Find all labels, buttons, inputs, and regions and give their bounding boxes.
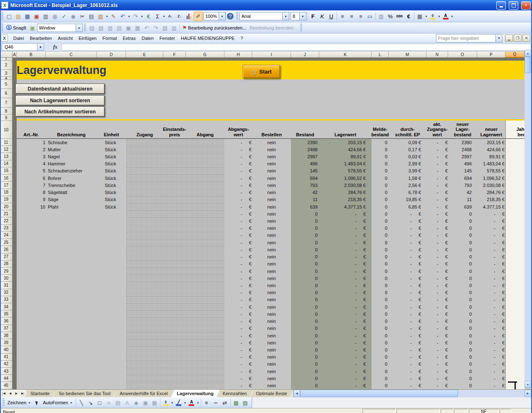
cell-durchschnittl-ep[interactable]: -€ (389, 232, 426, 239)
cell-akt-zugangswert[interactable]: -€ (426, 182, 448, 189)
cell-bezeichnung[interactable] (46, 296, 97, 303)
cell-bezeichnung[interactable] (46, 261, 97, 268)
cell-neuer-lagerbestand[interactable]: 0 (448, 332, 477, 339)
cell-zugang[interactable] (126, 354, 163, 361)
zoom-combo[interactable]: 100%▼ (203, 12, 226, 20)
align-left-icon[interactable]: ≡ (338, 12, 347, 21)
cell-durchschnittl-ep[interactable]: -€ (389, 354, 426, 361)
cell-einstandspreis[interactable] (163, 246, 186, 253)
cell-bestand[interactable]: 0 (291, 354, 319, 361)
cell-bestellen[interactable]: nein (252, 375, 291, 382)
cell-jahresbedarf[interactable] (505, 253, 525, 261)
vertical-scrollbar[interactable]: ▲ ▼ (525, 50, 531, 388)
cell-durchschnittl-ep[interactable]: -€ (389, 361, 426, 368)
cell-bestand[interactable]: 0 (291, 246, 319, 253)
chart-wizard-icon[interactable] (185, 12, 193, 21)
cell-neuer-lagerbestand[interactable]: 0 (448, 368, 477, 375)
redo-icon[interactable]: ↷ (131, 12, 140, 21)
cell-jahresbedarf[interactable] (505, 239, 525, 246)
cell-artnr[interactable] (17, 246, 46, 253)
row-header-18[interactable]: 18 (0, 189, 12, 196)
cell-zugang[interactable] (126, 225, 163, 232)
scroll-up-icon[interactable]: ▲ (525, 50, 531, 57)
row-header-24[interactable]: 24 (0, 232, 12, 239)
toolbar-drag-handle[interactable] (84, 24, 86, 32)
cell-einheit[interactable]: Stück (97, 203, 126, 210)
cell-einstandspreis[interactable] (163, 346, 186, 353)
cell-einheit[interactable] (97, 246, 126, 253)
cell-abgang[interactable] (186, 182, 224, 189)
save-icon[interactable]: ▦ (23, 12, 32, 21)
cell-einstandspreis[interactable] (163, 282, 186, 289)
cell-einstandspreis[interactable] (163, 239, 186, 246)
cell-bestellen[interactable]: nein (252, 175, 291, 182)
cell-neuer-lagerbestand[interactable]: 0 (448, 282, 477, 289)
tab-anwenderhilfe-für-excel[interactable]: Anwenderhilfe für Excel (114, 390, 174, 397)
cell-neuer-lagerwert[interactable]: -€ (477, 325, 505, 332)
cell-abgangswert[interactable]: -€ (224, 182, 252, 189)
cell-artnr[interactable]: 3 (17, 153, 46, 160)
cell-jahresbedarf[interactable] (505, 246, 525, 253)
row-header-35[interactable]: 35 (0, 310, 12, 317)
cell-neuer-lagerbestand[interactable]: 0 (448, 346, 477, 353)
select-all-corner[interactable] (0, 52, 12, 58)
cell-lagerwert[interactable]: -€ (319, 339, 372, 346)
cell-abgang[interactable] (186, 146, 224, 153)
cell-neuer-lagerwert[interactable]: -€ (477, 361, 505, 368)
cell-einstandspreis[interactable] (163, 217, 186, 224)
row-header-44[interactable]: 44 (0, 375, 12, 382)
cell-abgang[interactable] (186, 303, 224, 310)
cell-neuer-lagerbestand[interactable]: 0 (448, 375, 477, 382)
cell-jahresbedarf[interactable] (505, 346, 525, 353)
chevron-down-icon[interactable]: ▼ (282, 12, 289, 20)
cell-abgangswert[interactable]: -€ (224, 382, 252, 389)
cell-neuer-lagerbestand[interactable]: 0 (448, 361, 477, 368)
chevron-down-icon[interactable]: ▼ (219, 12, 225, 20)
open-icon[interactable]: ▤ (14, 12, 22, 21)
name-box-dropdown-icon[interactable]: ▼ (37, 43, 44, 51)
cell-bestand[interactable]: 694 (291, 175, 319, 182)
euro-conversion-icon[interactable]: € (144, 12, 153, 21)
cell-einheit[interactable]: Stück (97, 139, 126, 146)
tab-optimale-beste[interactable]: Optimale Beste (251, 390, 293, 397)
cell-einheit[interactable] (97, 325, 126, 332)
cell-einheit[interactable] (97, 332, 126, 339)
cell-einstandspreis[interactable] (163, 317, 186, 324)
cell-artnr[interactable]: 7 (17, 182, 46, 189)
cell-neuer-lagerwert[interactable]: -€ (477, 261, 505, 268)
cell-abgangswert[interactable]: -€ (224, 246, 252, 253)
cell-zugang[interactable] (126, 268, 163, 275)
cell-bezeichnung[interactable] (46, 232, 97, 239)
row-header-19[interactable]: 19 (0, 196, 12, 203)
cell-abgangswert[interactable]: -€ (224, 210, 252, 217)
cell-artnr[interactable] (17, 382, 46, 389)
cell-zugang[interactable] (126, 160, 163, 167)
column-header-L[interactable]: L (372, 52, 389, 58)
cell-durchschnittl-ep[interactable]: -€ (389, 239, 426, 246)
row-header-33[interactable]: 33 (0, 296, 12, 303)
cell-akt-zugangswert[interactable]: -€ (426, 354, 448, 361)
cell-bestellen[interactable]: nein (252, 239, 291, 246)
row-header-6[interactable]: 6 (0, 89, 12, 98)
cell-einheit[interactable] (97, 339, 126, 346)
cell-artnr[interactable] (17, 253, 46, 261)
cell-zugang[interactable] (126, 210, 163, 217)
cell-abgang[interactable] (186, 346, 224, 353)
cell-bestellen[interactable]: nein (252, 153, 291, 160)
cell-bestand[interactable]: 0 (291, 239, 319, 246)
cell-neuer-lagerbestand[interactable]: 0 (448, 325, 477, 332)
cell-einheit[interactable]: Stück (97, 167, 126, 175)
cell-abgang[interactable] (186, 289, 224, 296)
column-header-P[interactable]: P (477, 52, 505, 58)
cell-lagerwert[interactable]: 284,76 € (319, 189, 372, 196)
cell-lagerwert[interactable]: -€ (319, 361, 372, 368)
arrow-style-icon[interactable]: ⇄ (221, 398, 229, 407)
cell-durchschnittl-ep[interactable]: -€ (389, 282, 426, 289)
send-review-button[interactable]: ⚑ Bearbeitung zurücksenden... (181, 24, 248, 32)
cell-meldebestand[interactable]: 0 (372, 253, 389, 261)
cell-bezeichnung[interactable]: Mutter (46, 146, 97, 153)
column-header-H[interactable]: H (224, 52, 252, 58)
cell-einstandspreis[interactable] (163, 182, 186, 189)
cell-bestand[interactable]: 0 (291, 361, 319, 368)
cell-lagerwert[interactable]: -€ (319, 275, 372, 282)
